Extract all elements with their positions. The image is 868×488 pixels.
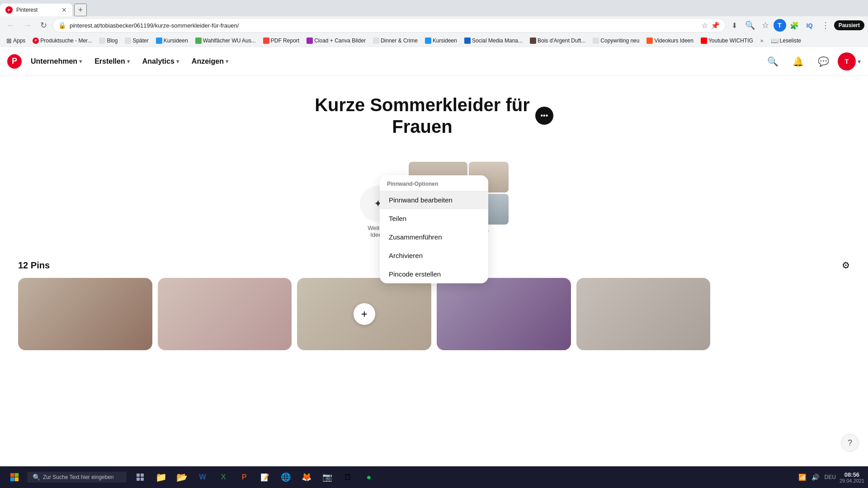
bookmark-dinner[interactable]: Dinner & Crime <box>370 37 420 45</box>
bookmark-yt-favicon <box>701 38 707 44</box>
taskbar-notes[interactable]: 🗒 <box>338 467 358 487</box>
bookmark-später[interactable]: Später <box>122 37 151 45</box>
extension-icon[interactable]: 📌 <box>711 21 720 30</box>
notifications-button[interactable]: 🔔 <box>787 51 809 72</box>
bookmark-kursideen2[interactable]: Kursideen <box>422 37 460 45</box>
user-avatar[interactable]: T <box>838 52 856 70</box>
star-icon[interactable]: ☆ <box>702 21 708 30</box>
bookmark-kursideen1[interactable]: Kursideen <box>153 37 191 45</box>
taskbar-camera[interactable]: 📷 <box>317 467 337 487</box>
grid-item-2[interactable] <box>158 278 292 350</box>
svg-rect-6 <box>137 478 140 481</box>
board-title-section: Kurze Sommerkleider fürFrauen ••• <box>315 94 553 137</box>
grid-item-1[interactable] <box>18 278 152 350</box>
extension-puzzle-button[interactable]: 🧩 <box>787 18 802 33</box>
bookmark-videokurs[interactable]: Videokurs Ideen <box>644 37 696 45</box>
dropdown-item-bearbeiten[interactable]: Pinnwand bearbeiten <box>380 191 488 209</box>
nav-item-analytics[interactable]: Analytics ▾ <box>137 54 184 69</box>
more-options-button[interactable]: ••• <box>535 107 553 125</box>
bookmark-cload-favicon <box>307 38 313 44</box>
back-button[interactable]: ← <box>4 18 18 33</box>
taskbar-edge[interactable]: 🦊 <box>297 467 316 487</box>
svg-rect-2 <box>10 478 14 482</box>
bookmark-socialmedia[interactable]: Social Media Mana... <box>462 37 525 45</box>
dropdown-item-archivieren[interactable]: Archivieren <box>380 246 488 265</box>
taskbar-chrome[interactable]: 🌐 <box>276 467 296 487</box>
taskbar-file-manager[interactable]: 📂 <box>172 467 192 487</box>
more-button[interactable]: ⋮ <box>818 18 832 33</box>
taskbar-word[interactable]: W <box>193 467 212 487</box>
messages-button[interactable]: 💬 <box>812 51 834 72</box>
grid-item-6[interactable] <box>716 278 850 350</box>
bookmark-copy-favicon <box>593 38 599 44</box>
taskbar-excel[interactable]: X <box>213 467 233 487</box>
bookmark-bois-favicon <box>530 38 536 44</box>
download-icon[interactable]: ⬇ <box>727 18 742 33</box>
taskbar-clock[interactable]: 08:56 29.04.2021 <box>840 471 864 483</box>
svg-rect-5 <box>141 474 144 477</box>
nav-item-erstellen[interactable]: Erstellen ▾ <box>89 54 135 69</box>
nav-items: Unternehmen ▾ Erstellen ▾ Analytics ▾ An… <box>25 54 234 69</box>
dropdown-item-teilen[interactable]: Teilen <box>380 209 488 228</box>
bookmark-copywriting[interactable]: Copywriting neu <box>590 37 642 45</box>
bookmark-pdf[interactable]: PDF Report <box>260 37 302 45</box>
bookmark-apps[interactable]: ⊞ Apps <box>4 36 28 45</box>
bookmark-cload[interactable]: Cload + Canva Bilder <box>304 37 368 45</box>
grid-item-4[interactable] <box>437 278 571 350</box>
tab-favicon: P <box>5 6 13 14</box>
new-tab-button[interactable]: + <box>74 4 87 16</box>
reload-button[interactable]: ↻ <box>36 18 51 33</box>
grid-item-3[interactable]: + <box>297 278 431 350</box>
bookmark-dinner-favicon <box>373 38 379 44</box>
paused-badge[interactable]: Pausiert <box>834 20 864 30</box>
bookmark-more[interactable]: » <box>758 37 766 45</box>
windows-logo-icon <box>10 473 19 482</box>
filter-icon[interactable]: ⚙ <box>842 260 850 271</box>
dropdown-menu: Pinnwand-Optionen Pinnwand bearbeiten Te… <box>380 175 488 283</box>
dropdown-item-pincode[interactable]: Pincode erstellen <box>380 265 488 283</box>
browser-action-icons: ⬇ 🔍 ☆ T 🧩 IQ ⋮ <box>727 18 832 33</box>
address-bar[interactable]: 🔒 pinterest.at/tobiasbecker061199/kurze-… <box>52 18 726 33</box>
forward-button[interactable]: → <box>20 18 34 33</box>
bookmark-kursideen-favicon <box>156 38 162 44</box>
grid-item-5[interactable] <box>576 278 711 350</box>
profile-accounts-button[interactable]: IQ <box>802 18 817 33</box>
network-icon[interactable]: 📶 <box>798 474 806 481</box>
start-button[interactable] <box>4 468 25 486</box>
nav-item-unternehmen[interactable]: Unternehmen ▾ <box>25 54 87 69</box>
taskbar-search-bar[interactable]: 🔍 Zur Suche Text hier eingeben <box>27 472 127 483</box>
volume-icon[interactable]: 🔊 <box>811 474 819 481</box>
pinterest-logo[interactable]: P <box>7 54 22 69</box>
taskbar-task-view[interactable] <box>130 467 150 487</box>
bookmark-star-button[interactable]: ☆ <box>758 18 773 33</box>
bookmark-youtube[interactable]: Youtube WICHTIG <box>698 37 756 45</box>
add-pin-button[interactable]: + <box>354 303 375 325</box>
svg-rect-4 <box>137 474 140 477</box>
bookmark-wahlfächer[interactable]: Wahlfächer WU Aus... <box>193 37 259 45</box>
bookmark-bois[interactable]: Bois d'Argent Duft... <box>527 37 588 45</box>
taskbar-notepad[interactable]: 📝 <box>255 467 275 487</box>
active-tab[interactable]: P Pinterest ✕ <box>0 4 72 16</box>
chevron-down-icon: ▾ <box>79 58 82 65</box>
help-button[interactable]: ? <box>841 434 859 452</box>
user-profile-button[interactable]: T <box>774 19 786 32</box>
taskbar-file-explorer[interactable]: 📁 <box>151 467 171 487</box>
nav-item-anzeigen[interactable]: Anzeigen ▾ <box>186 54 234 69</box>
taskbar-spotify[interactable]: ● <box>359 467 379 487</box>
account-section[interactable]: T ▾ <box>838 52 861 70</box>
taskbar-search-icon: 🔍 <box>33 474 40 481</box>
lock-icon: 🔒 <box>58 22 66 29</box>
browser-search-button[interactable]: 🔍 <box>743 18 757 33</box>
taskbar-powerpoint[interactable]: P <box>234 467 254 487</box>
bookmark-produktsuche[interactable]: P Produktsuche - Mer... <box>30 37 94 45</box>
system-icons: 📶 🔊 DEU <box>798 474 836 481</box>
search-button[interactable]: 🔍 <box>762 51 783 72</box>
bookmark-blog[interactable]: Blog <box>96 37 120 45</box>
taskbar-search-text: Zur Suche Text hier eingeben <box>43 474 114 480</box>
bookmark-leseliste[interactable]: 📖 Leseliste <box>768 36 804 45</box>
battery-icon: DEU <box>825 474 836 480</box>
dropdown-item-zusammenführen[interactable]: Zusammenführen <box>380 228 488 246</box>
nav-right: 🔍 🔔 💬 T ▾ <box>762 51 861 72</box>
bookmark-sm-favicon <box>464 38 471 44</box>
tab-close-button[interactable]: ✕ <box>61 6 67 14</box>
